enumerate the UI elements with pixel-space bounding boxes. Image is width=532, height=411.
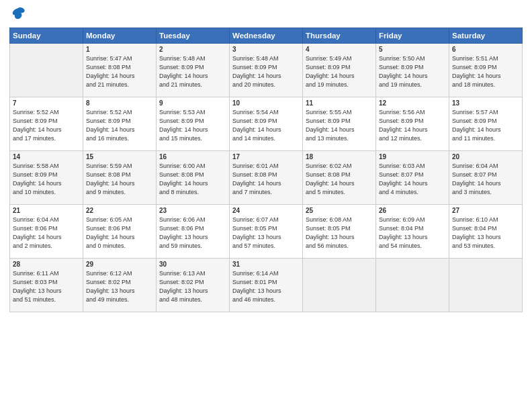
cell-content: Sunrise: 6:05 AMSunset: 8:06 PMDaylight:… (86, 216, 153, 250)
cell-line: Sunrise: 5:57 AM (452, 108, 519, 117)
cell-line: Sunset: 8:08 PM (86, 63, 153, 72)
day-number: 7 (13, 99, 80, 107)
calendar-cell: 16Sunrise: 6:00 AMSunset: 8:08 PMDayligh… (157, 151, 230, 205)
calendar-cell: 17Sunrise: 6:01 AMSunset: 8:08 PMDayligh… (230, 151, 303, 205)
cell-line: Daylight: 14 hours (13, 126, 80, 134)
cell-line: Sunrise: 5:52 AM (13, 108, 80, 117)
cell-line: Sunrise: 5:59 AM (86, 162, 153, 171)
calendar-cell: 29Sunrise: 6:12 AMSunset: 8:02 PMDayligh… (83, 259, 157, 312)
cell-line: and 46 minutes. (232, 295, 300, 304)
calendar-cell: 3Sunrise: 5:48 AMSunset: 8:09 PMDaylight… (230, 44, 303, 97)
cell-line: Daylight: 14 hours (159, 126, 226, 134)
cell-line: and 0 minutes. (86, 242, 153, 250)
calendar-cell: 28Sunrise: 6:11 AMSunset: 8:03 PMDayligh… (10, 259, 83, 312)
header-day: Wednesday (230, 28, 303, 44)
cell-line: Daylight: 14 hours (159, 179, 226, 188)
cell-line: Sunset: 8:04 PM (452, 224, 519, 233)
cell-line: Daylight: 14 hours (13, 233, 80, 242)
cell-line: and 20 minutes. (232, 81, 300, 89)
cell-content: Sunrise: 6:00 AMSunset: 8:08 PMDaylight:… (159, 162, 226, 197)
cell-line: and 14 minutes. (232, 134, 300, 143)
calendar-cell: 30Sunrise: 6:13 AMSunset: 8:02 PMDayligh… (157, 259, 230, 312)
cell-content: Sunrise: 5:54 AMSunset: 8:09 PMDaylight:… (232, 108, 300, 143)
cell-line: Sunset: 8:03 PM (13, 278, 80, 287)
calendar-week: 21Sunrise: 6:04 AMSunset: 8:06 PMDayligh… (10, 205, 523, 259)
cell-content: Sunrise: 5:51 AMSunset: 8:09 PMDaylight:… (452, 54, 519, 89)
cell-line: and 59 minutes. (159, 242, 226, 250)
cell-line: Sunset: 8:02 PM (159, 278, 226, 287)
calendar-cell (376, 259, 449, 312)
cell-content: Sunrise: 5:57 AMSunset: 8:09 PMDaylight:… (452, 108, 519, 143)
cell-line: Daylight: 14 hours (452, 126, 519, 134)
cell-line: and 13 minutes. (306, 134, 373, 143)
cell-line: and 9 minutes. (86, 188, 153, 197)
calendar-cell: 21Sunrise: 6:04 AMSunset: 8:06 PMDayligh… (10, 205, 83, 259)
cell-content: Sunrise: 6:02 AMSunset: 8:08 PMDaylight:… (306, 162, 373, 197)
calendar-cell: 1Sunrise: 5:47 AMSunset: 8:08 PMDaylight… (83, 44, 157, 97)
cell-line: Daylight: 14 hours (306, 126, 373, 134)
cell-line: Sunrise: 6:09 AM (379, 216, 446, 224)
cell-line: Daylight: 13 hours (306, 233, 373, 242)
cell-line: Sunrise: 5:53 AM (159, 108, 226, 117)
header-day: Thursday (303, 28, 376, 44)
cell-line: Sunset: 8:08 PM (159, 171, 226, 179)
day-number: 27 (452, 207, 519, 214)
day-number: 22 (86, 207, 153, 214)
calendar-table: SundayMondayTuesdayWednesdayThursdayFrid… (9, 28, 523, 312)
cell-content: Sunrise: 6:10 AMSunset: 8:04 PMDaylight:… (452, 216, 519, 250)
cell-line: Daylight: 13 hours (232, 287, 300, 295)
header (9, 7, 523, 24)
cell-content: Sunrise: 5:48 AMSunset: 8:09 PMDaylight:… (232, 54, 300, 89)
logo-bird-icon (11, 7, 26, 24)
day-number: 2 (159, 46, 226, 53)
cell-line: Sunset: 8:09 PM (306, 117, 373, 126)
day-number: 3 (232, 46, 300, 53)
day-number: 4 (306, 46, 373, 53)
cell-line: and 21 minutes. (159, 81, 226, 89)
cell-line: Daylight: 14 hours (86, 72, 153, 81)
cell-line: Sunset: 8:09 PM (13, 117, 80, 126)
cell-line: Sunset: 8:06 PM (13, 224, 80, 233)
cell-line: Sunrise: 6:04 AM (13, 216, 80, 224)
cell-line: Daylight: 14 hours (232, 126, 300, 134)
cell-line: and 49 minutes. (86, 295, 153, 304)
header-day: Sunday (10, 28, 83, 44)
cell-line: Daylight: 13 hours (159, 287, 226, 295)
day-number: 1 (86, 46, 153, 53)
cell-line: Sunset: 8:01 PM (232, 278, 300, 287)
header-row: SundayMondayTuesdayWednesdayThursdayFrid… (10, 28, 523, 44)
calendar-cell: 9Sunrise: 5:53 AMSunset: 8:09 PMDaylight… (157, 97, 230, 151)
day-number: 26 (379, 207, 446, 214)
cell-line: and 21 minutes. (86, 81, 153, 89)
cell-line: Daylight: 14 hours (86, 179, 153, 188)
day-number: 14 (13, 153, 80, 161)
cell-line: Sunset: 8:09 PM (452, 63, 519, 72)
cell-line: Sunset: 8:09 PM (306, 63, 373, 72)
cell-line: and 4 minutes. (379, 188, 446, 197)
cell-line: Sunset: 8:04 PM (379, 224, 446, 233)
cell-line: Daylight: 14 hours (379, 126, 446, 134)
header-day: Monday (83, 28, 157, 44)
cell-line: Sunrise: 5:47 AM (86, 54, 153, 63)
header-day: Tuesday (157, 28, 230, 44)
cell-content: Sunrise: 5:55 AMSunset: 8:09 PMDaylight:… (306, 108, 373, 143)
cell-line: Sunset: 8:09 PM (232, 117, 300, 126)
logo (9, 7, 26, 24)
day-number: 20 (452, 153, 519, 161)
day-number: 11 (306, 99, 373, 107)
cell-line: and 16 minutes. (86, 134, 153, 143)
cell-line: Daylight: 13 hours (452, 233, 519, 242)
cell-line: Sunrise: 5:55 AM (306, 108, 373, 117)
day-number: 24 (232, 207, 300, 214)
cell-line: and 7 minutes. (232, 188, 300, 197)
cell-line: Daylight: 14 hours (306, 72, 373, 81)
calendar-body: 1Sunrise: 5:47 AMSunset: 8:08 PMDaylight… (10, 44, 523, 312)
cell-line: Daylight: 14 hours (159, 72, 226, 81)
cell-line: and 48 minutes. (159, 295, 226, 304)
day-number: 12 (379, 99, 446, 107)
cell-line: Sunset: 8:05 PM (306, 224, 373, 233)
cell-line: Daylight: 13 hours (13, 287, 80, 295)
cell-content: Sunrise: 6:12 AMSunset: 8:02 PMDaylight:… (86, 269, 153, 304)
calendar-cell (449, 259, 523, 312)
cell-line: Daylight: 13 hours (86, 287, 153, 295)
